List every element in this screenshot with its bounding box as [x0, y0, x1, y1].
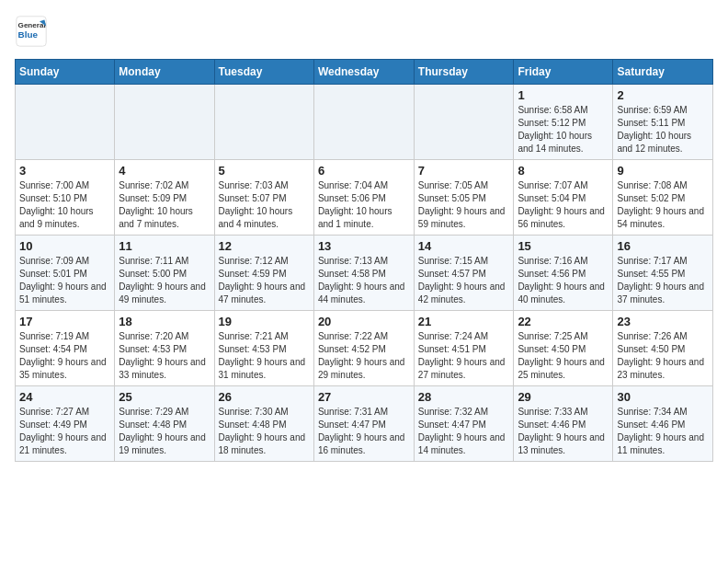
calendar-cell: 17Sunrise: 7:19 AM Sunset: 4:54 PM Dayli… [16, 311, 115, 386]
calendar-week-4: 17Sunrise: 7:19 AM Sunset: 4:54 PM Dayli… [16, 311, 713, 386]
day-info: Sunrise: 7:19 AM Sunset: 4:54 PM Dayligh… [19, 330, 110, 382]
logo-icon: General Blue [15, 15, 48, 48]
calendar-cell [115, 85, 214, 160]
weekday-header-wednesday: Wednesday [313, 60, 414, 85]
calendar-cell: 29Sunrise: 7:33 AM Sunset: 4:46 PM Dayli… [514, 386, 613, 462]
weekday-header-sunday: Sunday [16, 60, 115, 85]
calendar-cell: 20Sunrise: 7:22 AM Sunset: 4:52 PM Dayli… [313, 311, 414, 386]
day-number: 17 [19, 315, 110, 328]
calendar-cell: 19Sunrise: 7:21 AM Sunset: 4:53 PM Dayli… [214, 311, 313, 386]
calendar-cell: 7Sunrise: 7:05 AM Sunset: 5:05 PM Daylig… [414, 160, 514, 236]
day-info: Sunrise: 7:26 AM Sunset: 4:50 PM Dayligh… [617, 330, 709, 382]
day-number: 12 [219, 239, 310, 253]
day-number: 21 [418, 315, 510, 328]
day-number: 13 [318, 239, 410, 253]
calendar-cell: 22Sunrise: 7:25 AM Sunset: 4:50 PM Dayli… [514, 311, 613, 386]
calendar-cell: 5Sunrise: 7:03 AM Sunset: 5:07 PM Daylig… [214, 160, 313, 236]
weekday-header-monday: Monday [115, 60, 214, 85]
day-number: 9 [617, 164, 709, 178]
calendar-cell: 15Sunrise: 7:16 AM Sunset: 4:56 PM Dayli… [514, 236, 613, 311]
calendar-cell [414, 85, 514, 160]
day-number: 5 [219, 164, 310, 178]
day-number: 22 [518, 315, 609, 328]
day-info: Sunrise: 7:29 AM Sunset: 4:48 PM Dayligh… [119, 406, 210, 457]
calendar-cell: 13Sunrise: 7:13 AM Sunset: 4:58 PM Dayli… [313, 236, 414, 311]
weekday-header-thursday: Thursday [414, 60, 514, 85]
day-info: Sunrise: 7:25 AM Sunset: 4:50 PM Dayligh… [518, 330, 609, 382]
day-number: 2 [617, 88, 709, 102]
day-info: Sunrise: 7:00 AM Sunset: 5:10 PM Dayligh… [19, 179, 110, 231]
day-number: 15 [518, 239, 609, 253]
day-number: 14 [418, 239, 510, 253]
page-header: General Blue [15, 15, 713, 48]
day-info: Sunrise: 7:11 AM Sunset: 5:00 PM Dayligh… [119, 255, 210, 306]
day-info: Sunrise: 7:12 AM Sunset: 4:59 PM Dayligh… [219, 255, 310, 306]
day-number: 1 [518, 88, 609, 102]
calendar-cell [214, 85, 313, 160]
day-number: 3 [19, 164, 110, 178]
calendar-cell: 11Sunrise: 7:11 AM Sunset: 5:00 PM Dayli… [115, 236, 214, 311]
calendar-week-5: 24Sunrise: 7:27 AM Sunset: 4:49 PM Dayli… [16, 386, 713, 462]
day-info: Sunrise: 7:16 AM Sunset: 4:56 PM Dayligh… [518, 255, 609, 306]
day-info: Sunrise: 7:34 AM Sunset: 4:46 PM Dayligh… [617, 406, 709, 457]
day-number: 20 [318, 315, 410, 328]
day-number: 8 [518, 164, 609, 178]
weekday-header-saturday: Saturday [613, 60, 713, 85]
day-info: Sunrise: 7:32 AM Sunset: 4:47 PM Dayligh… [418, 406, 510, 457]
day-number: 7 [418, 164, 510, 178]
day-number: 19 [219, 315, 310, 328]
day-number: 16 [617, 239, 709, 253]
calendar-cell: 12Sunrise: 7:12 AM Sunset: 4:59 PM Dayli… [214, 236, 313, 311]
logo: General Blue [15, 15, 48, 48]
day-number: 30 [617, 390, 709, 404]
day-number: 29 [518, 390, 609, 404]
weekday-header-tuesday: Tuesday [214, 60, 313, 85]
calendar-cell: 23Sunrise: 7:26 AM Sunset: 4:50 PM Dayli… [613, 311, 713, 386]
day-number: 26 [219, 390, 310, 404]
day-info: Sunrise: 7:03 AM Sunset: 5:07 PM Dayligh… [219, 179, 310, 231]
day-number: 6 [318, 164, 410, 178]
day-number: 10 [19, 239, 110, 253]
day-number: 27 [318, 390, 410, 404]
day-info: Sunrise: 7:15 AM Sunset: 4:57 PM Dayligh… [418, 255, 510, 306]
day-info: Sunrise: 7:21 AM Sunset: 4:53 PM Dayligh… [219, 330, 310, 382]
calendar-cell: 26Sunrise: 7:30 AM Sunset: 4:48 PM Dayli… [214, 386, 313, 462]
calendar-cell: 8Sunrise: 7:07 AM Sunset: 5:04 PM Daylig… [514, 160, 613, 236]
calendar-cell: 21Sunrise: 7:24 AM Sunset: 4:51 PM Dayli… [414, 311, 514, 386]
day-info: Sunrise: 7:07 AM Sunset: 5:04 PM Dayligh… [518, 179, 609, 231]
day-info: Sunrise: 7:13 AM Sunset: 4:58 PM Dayligh… [318, 255, 410, 306]
day-info: Sunrise: 7:27 AM Sunset: 4:49 PM Dayligh… [19, 406, 110, 457]
day-number: 11 [119, 239, 210, 253]
day-number: 28 [418, 390, 510, 404]
calendar-cell: 2Sunrise: 6:59 AM Sunset: 5:11 PM Daylig… [613, 85, 713, 160]
weekday-header-friday: Friday [514, 60, 613, 85]
day-info: Sunrise: 7:02 AM Sunset: 5:09 PM Dayligh… [119, 179, 210, 231]
day-info: Sunrise: 7:33 AM Sunset: 4:46 PM Dayligh… [518, 406, 609, 457]
calendar-cell: 14Sunrise: 7:15 AM Sunset: 4:57 PM Dayli… [414, 236, 514, 311]
day-info: Sunrise: 6:59 AM Sunset: 5:11 PM Dayligh… [617, 104, 709, 155]
day-info: Sunrise: 7:30 AM Sunset: 4:48 PM Dayligh… [219, 406, 310, 457]
calendar-cell: 27Sunrise: 7:31 AM Sunset: 4:47 PM Dayli… [313, 386, 414, 462]
svg-text:Blue: Blue [18, 29, 39, 40]
day-info: Sunrise: 7:08 AM Sunset: 5:02 PM Dayligh… [617, 179, 709, 231]
calendar-cell: 16Sunrise: 7:17 AM Sunset: 4:55 PM Dayli… [613, 236, 713, 311]
day-number: 23 [617, 315, 709, 328]
day-info: Sunrise: 7:31 AM Sunset: 4:47 PM Dayligh… [318, 406, 410, 457]
calendar-week-3: 10Sunrise: 7:09 AM Sunset: 5:01 PM Dayli… [16, 236, 713, 311]
day-number: 4 [119, 164, 210, 178]
day-number: 18 [119, 315, 210, 328]
calendar-table: SundayMondayTuesdayWednesdayThursdayFrid… [15, 59, 713, 462]
day-info: Sunrise: 7:09 AM Sunset: 5:01 PM Dayligh… [19, 255, 110, 306]
day-info: Sunrise: 7:22 AM Sunset: 4:52 PM Dayligh… [318, 330, 410, 382]
calendar-cell: 28Sunrise: 7:32 AM Sunset: 4:47 PM Dayli… [414, 386, 514, 462]
calendar-cell: 4Sunrise: 7:02 AM Sunset: 5:09 PM Daylig… [115, 160, 214, 236]
calendar-header-row: SundayMondayTuesdayWednesdayThursdayFrid… [16, 60, 713, 85]
day-number: 24 [19, 390, 110, 404]
calendar-cell: 1Sunrise: 6:58 AM Sunset: 5:12 PM Daylig… [514, 85, 613, 160]
calendar-cell [16, 85, 115, 160]
calendar-cell: 25Sunrise: 7:29 AM Sunset: 4:48 PM Dayli… [115, 386, 214, 462]
calendar-cell: 18Sunrise: 7:20 AM Sunset: 4:53 PM Dayli… [115, 311, 214, 386]
day-info: Sunrise: 7:20 AM Sunset: 4:53 PM Dayligh… [119, 330, 210, 382]
day-info: Sunrise: 6:58 AM Sunset: 5:12 PM Dayligh… [518, 104, 609, 155]
calendar-cell: 9Sunrise: 7:08 AM Sunset: 5:02 PM Daylig… [613, 160, 713, 236]
